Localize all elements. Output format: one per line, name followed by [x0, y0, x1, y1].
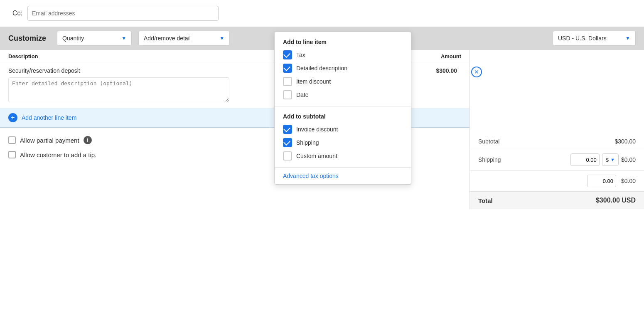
chevron-down-icon: ▼	[625, 35, 630, 41]
detailed-description-label: Detailed description	[296, 65, 347, 72]
item-discount-label: Item discount	[296, 78, 331, 85]
line-item-description: Security/reservation deposit	[8, 67, 241, 74]
add-to-line-title: Add to line item	[283, 39, 403, 45]
shipping-label: Shipping	[296, 139, 319, 146]
chevron-down-icon: ▼	[121, 35, 126, 41]
detail-description-input[interactable]	[8, 77, 229, 102]
shipping-currency-select[interactable]: $ ▼	[602, 153, 619, 166]
dropdown-footer: Advanced tax options	[275, 167, 411, 184]
add-to-subtotal-title: Add to subtotal	[283, 113, 403, 120]
shipping-value: $0.00	[621, 156, 636, 163]
date-label: Date	[296, 91, 309, 98]
totals-panel: Subtotal $300.00 Shipping $ ▼ $0.00	[469, 50, 644, 209]
shipping-label: Shipping	[478, 156, 501, 163]
add-remove-detail-menu: Add to line item Tax Detailed descriptio…	[274, 32, 411, 185]
subtotal-row: Subtotal $300.00	[470, 133, 644, 149]
add-line-item-label: Add another line item	[22, 114, 76, 121]
cc-label: Cc:	[12, 10, 22, 17]
currency-dropdown[interactable]: USD - U.S. Dollars ▼	[553, 31, 636, 46]
invoice-discount-toggle-item[interactable]: Invoice discount	[283, 125, 403, 134]
remove-line-item-button[interactable]: ✕	[471, 67, 482, 77]
tax-toggle-item[interactable]: Tax	[283, 50, 403, 59]
shipping-input-group: $ ▼ $0.00	[570, 153, 636, 166]
allow-partial-payment-label: Allow partial payment	[20, 137, 79, 144]
add-remove-detail-dropdown[interactable]: Add/remove detail ▼	[138, 31, 230, 46]
custom-amount-label: Custom amount	[296, 153, 337, 159]
quantity-dropdown[interactable]: Quantity ▼	[57, 31, 132, 46]
invoice-discount-label: Invoice discount	[296, 126, 338, 133]
subtotal-value: $300.00	[615, 138, 636, 145]
shipping-row: Shipping $ ▼ $0.00	[470, 149, 644, 170]
item-discount-toggle-item[interactable]: Item discount	[283, 77, 403, 86]
shipping-toggle-item[interactable]: Shipping	[283, 138, 403, 147]
tax-item-label: Tax	[296, 52, 305, 58]
info-icon[interactable]: i	[84, 136, 92, 144]
date-checkbox[interactable]	[283, 90, 292, 99]
chevron-down-icon: ▼	[610, 157, 615, 162]
tax-total-row: $0.00	[470, 170, 644, 192]
detailed-description-toggle-item[interactable]: Detailed description	[283, 64, 403, 73]
total-label: Total	[478, 197, 493, 204]
cc-email-input[interactable]	[27, 6, 219, 21]
total-row: Total $300.00 USD	[470, 192, 644, 209]
chevron-down-icon: ▼	[219, 35, 224, 41]
customize-label: Customize	[8, 34, 46, 43]
tax-total-value: $0.00	[621, 178, 636, 184]
add-to-subtotal-section: Add to subtotal Invoice discount Shippin…	[275, 106, 411, 167]
custom-amount-checkbox[interactable]	[283, 151, 292, 161]
item-discount-checkbox[interactable]	[283, 77, 292, 86]
allow-partial-payment-checkbox[interactable]	[8, 136, 16, 144]
subtotal-label: Subtotal	[478, 138, 499, 145]
description-header: Description	[8, 53, 245, 59]
shipping-amount-input[interactable]	[570, 153, 600, 166]
allow-tip-checkbox[interactable]	[8, 151, 16, 158]
advanced-tax-options-link[interactable]: Advanced tax options	[283, 173, 339, 179]
add-to-line-section: Add to line item Tax Detailed descriptio…	[275, 32, 411, 106]
total-value: $300.00 USD	[596, 197, 636, 204]
tax-checkbox[interactable]	[283, 50, 292, 59]
detailed-description-checkbox[interactable]	[283, 64, 292, 73]
shipping-checkbox[interactable]	[283, 138, 292, 147]
tax-amount-input[interactable]	[587, 175, 616, 187]
custom-amount-toggle-item[interactable]: Custom amount	[283, 151, 403, 161]
date-toggle-item[interactable]: Date	[283, 90, 403, 99]
allow-tip-label: Allow customer to add a tip.	[20, 151, 96, 158]
plus-icon: +	[8, 113, 17, 122]
invoice-discount-checkbox[interactable]	[283, 125, 292, 134]
